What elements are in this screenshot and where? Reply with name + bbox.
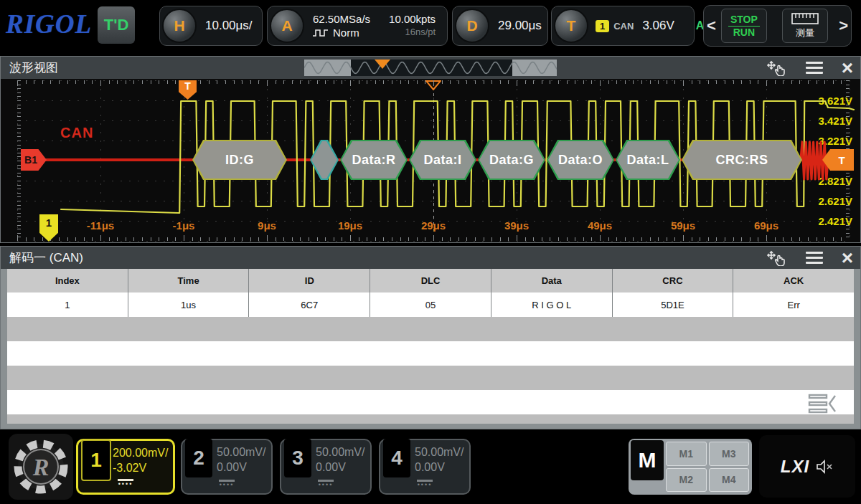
channel-4-number: 4 [383, 439, 410, 477]
sample-rate: 62.50MSa/s [313, 13, 370, 25]
waveform-view-window: 波形视图 × [0, 56, 861, 243]
lxi-label: LXI [781, 457, 809, 477]
waveform-window-title: 波形视图 [9, 60, 58, 76]
decode-table-footer [7, 414, 854, 424]
acquisition-knob-icon[interactable]: A [270, 9, 304, 43]
rigol-logo: RIGOL [6, 9, 92, 39]
chevron-right-icon[interactable]: > [836, 18, 851, 34]
decode-empty-row [7, 390, 854, 414]
measure-label: 测量 [796, 27, 814, 39]
delay-value: 29.00μs [498, 19, 542, 33]
speaker-muted-icon[interactable] [815, 459, 834, 475]
channel-4-offset: 0.00V [415, 460, 464, 475]
top-status-bar: RIGOL T'D H 10.00μs/ A 62.50MSa/s 10.00k… [0, 0, 861, 50]
col-time: Time [128, 269, 250, 293]
col-crc: CRC [613, 269, 734, 293]
measure-button[interactable]: 测量 [782, 9, 828, 43]
sample-resolution: 16ns/pt [389, 27, 436, 39]
waveform-overview-strip[interactable] [304, 60, 557, 76]
waveform-plot-area [1, 79, 860, 242]
lxi-status-button[interactable]: LXI [759, 435, 855, 498]
window-close-icon[interactable]: × [842, 249, 853, 267]
col-data: Data [491, 269, 613, 293]
decode-table: Index Time ID DLC Data CRC ACK 1 1us 6C7… [7, 269, 854, 424]
drag-hand-icon[interactable] [766, 60, 787, 76]
bottom-channel-bar: R 1 200.00mV/ -3.02V •••• 2 50.00mV/ 0.0… [0, 430, 861, 504]
decode-table-header: Index Time ID DLC Data CRC ACK [7, 269, 854, 293]
channel-2-button[interactable]: 2 50.00mV/ 0.00V •••• [181, 439, 273, 495]
cell-id: 6C7 [249, 293, 370, 317]
delay-settings-button[interactable]: D 29.00μs [452, 6, 548, 46]
square-wave-icon [313, 28, 329, 38]
channel-3-number: 3 [284, 439, 311, 477]
cell-time: 1us [128, 293, 250, 317]
stop-run-button[interactable]: STOP RUN [721, 9, 767, 43]
channel-1-scale: 200.00mV/ [113, 445, 168, 460]
collapse-table-icon[interactable] [804, 393, 841, 414]
decode-empty-row [7, 317, 854, 341]
math-channels-widget: M M1 M3 M2 M4 [629, 439, 752, 495]
channel-1-number: 1 [81, 439, 111, 481]
window-menu-icon[interactable] [806, 249, 823, 267]
channel-3-coupling-icon: •••• [316, 480, 335, 488]
acquisition-mode: Norm [333, 27, 359, 39]
run-label: RUN [733, 27, 755, 38]
cell-crc: 5D1E [613, 293, 734, 317]
channel-2-coupling-icon: •••• [217, 480, 236, 488]
decode-window-titlebar[interactable]: 解码一 (CAN) × [1, 247, 860, 269]
quick-action-cluster: < STOP RUN 测量 > [703, 5, 852, 47]
math-button[interactable]: M [631, 440, 664, 480]
waveform-window-titlebar[interactable]: 波形视图 × [1, 57, 860, 79]
math-m3-button[interactable]: M3 [709, 442, 750, 466]
decode-empty-row [7, 341, 854, 366]
chevron-left-icon[interactable]: < [704, 18, 719, 34]
decode-window-title: 解码一 (CAN) [9, 249, 83, 266]
overview-sine-icon [304, 60, 557, 76]
ruler-icon [791, 12, 819, 25]
channel-2-offset: 0.00V [217, 460, 265, 475]
cell-ack: Err [733, 293, 854, 317]
cell-data: R I G O L [491, 293, 613, 317]
col-index: Index [7, 269, 128, 293]
channel-3-offset: 0.00V [316, 460, 364, 475]
window-menu-icon[interactable] [806, 59, 823, 77]
channel-4-coupling-icon: •••• [415, 480, 434, 488]
decode-window: 解码一 (CAN) × Index Time ID DLC Data CRC A… [0, 246, 861, 429]
channel-3-button[interactable]: 3 50.00mV/ 0.00V •••• [280, 439, 372, 495]
svg-text:R: R [32, 454, 50, 480]
channel-2-number: 2 [185, 439, 212, 477]
math-m2-button[interactable]: M2 [666, 468, 707, 493]
drag-hand-icon[interactable] [766, 250, 787, 266]
acquisition-settings-button[interactable]: A 62.50MSa/s 10.00kpts Norm 16ns/pt [267, 6, 448, 46]
channel-1-button[interactable]: 1 200.00mV/ -3.02V •••• [76, 439, 175, 495]
trigger-bus-type: CAN [613, 21, 634, 32]
trigger-knob-icon[interactable]: T [554, 9, 588, 43]
math-m1-button[interactable]: M1 [666, 442, 707, 466]
cell-dlc: 05 [370, 293, 491, 317]
cell-index: 1 [7, 293, 128, 317]
trigger-level-value: 3.06V [642, 19, 674, 33]
rigol-gear-logo-icon[interactable]: R [9, 434, 73, 500]
channel-2-scale: 50.00mV/ [217, 444, 265, 460]
channel-1-coupling-icon: •••• [116, 479, 135, 487]
trigger-settings-button[interactable]: T 1 CAN 3.06V A [551, 6, 695, 46]
overview-trigger-marker-icon[interactable] [375, 60, 390, 69]
channel-4-scale: 50.00mV/ [415, 444, 464, 460]
memory-depth: 10.00kpts [389, 13, 436, 25]
window-close-icon[interactable]: × [842, 59, 853, 77]
channel-3-scale: 50.00mV/ [316, 444, 364, 460]
col-dlc: DLC [370, 269, 491, 293]
decode-table-row[interactable]: 1 1us 6C7 05 R I G O L 5D1E Err [7, 293, 854, 317]
horizontal-knob-icon[interactable]: H [162, 9, 197, 43]
col-id: ID [249, 269, 370, 293]
delay-knob-icon[interactable]: D [455, 9, 489, 43]
channel-1-offset: -3.02V [113, 460, 168, 475]
horizontal-settings-button[interactable]: H 10.00μs/ [159, 6, 263, 46]
channel-4-button[interactable]: 4 50.00mV/ 0.00V •••• [379, 439, 471, 495]
math-m4-button[interactable]: M4 [709, 468, 750, 493]
stop-label: STOP [730, 14, 758, 25]
col-ack: ACK [733, 269, 854, 293]
trigger-status-button[interactable]: T'D [98, 6, 135, 44]
trigger-source-badge: 1 [596, 20, 609, 32]
timebase-value: 10.00μs/ [205, 19, 253, 33]
